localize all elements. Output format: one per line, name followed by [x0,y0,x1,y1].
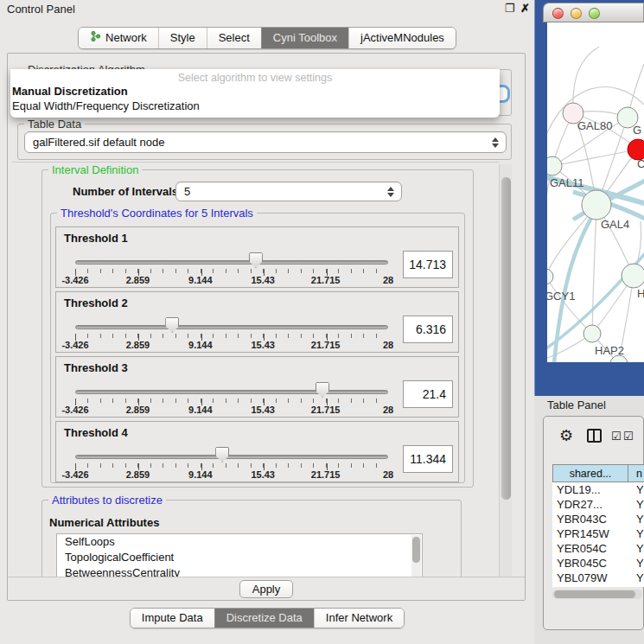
threshold-value-field[interactable]: 21.4 [403,380,453,408]
table-row[interactable]: YBR043CYBR0 [552,512,644,526]
table-data-combobox[interactable]: galFiltered.sif default node [24,131,507,153]
combo-stepper-icon [386,187,394,197]
slider-track[interactable] [75,455,388,459]
table-row[interactable]: YDR27...YDR2 [552,497,644,512]
node-gal11[interactable] [547,156,562,175]
slider-track[interactable] [75,390,388,394]
table-cell[interactable]: YLR3 [628,585,644,587]
dropdown-item-equal-width-frequency[interactable]: Equal Width/Frequency Discretization [10,99,500,113]
slider-thumb[interactable] [165,317,179,333]
group-title: Interval Definition [48,163,142,176]
close-window-icon[interactable]: ✗ [519,2,532,15]
tab-style[interactable]: Style [158,28,207,48]
table-row[interactable]: YPR145WYPR1 [552,526,644,541]
table-cell[interactable]: YBR045C [552,556,628,571]
table-cell[interactable]: YER0 [628,541,644,556]
threshold-4-slider: -3.4262.8599.14415.4321.71528 [75,422,388,483]
tick-label: 21.715 [311,469,341,480]
columns-icon[interactable] [587,429,602,443]
slider-thumb[interactable] [316,382,329,398]
table-cell[interactable]: YDR27... [552,497,628,512]
slider-tick-labels: -3.4262.8599.14415.4321.71528 [75,469,388,481]
scrollbar-thumb[interactable] [554,590,635,598]
float-window-icon[interactable]: ❐ [503,2,516,15]
slider-thumb[interactable] [215,447,229,462]
group-title: Threshold's Coordinates for 5 Intervals [57,207,257,220]
table-cell[interactable]: YDL19... [552,482,628,497]
tab-infer-network[interactable]: Infer Network [314,609,404,628]
tab-impute-data[interactable]: Impute Data [131,609,214,628]
column-header-shared-name[interactable]: shared... [552,464,628,482]
threshold-value-field[interactable]: 6.316 [403,316,453,343]
slider-thumb[interactable] [249,252,263,268]
tab-select[interactable]: Select [207,28,261,48]
tick-label: 2.859 [126,340,150,350]
tab-label: Impute Data [142,611,203,624]
table-panel-toolbar: ⚙ ☑ ☑ [544,417,643,456]
network-canvas[interactable]: GAL80 G C GAL11 GAL4 GCY1 H HAP2 [547,22,644,362]
slider-tick-labels: -3.4262.8599.14415.4321.71528 [75,405,388,416]
table-cell[interactable]: YPR1 [628,526,644,541]
table-horizontal-scrollbar[interactable] [552,590,642,599]
table-cell[interactable]: YBL079W [552,571,628,585]
slider-tick-labels: -3.4262.8599.14415.4321.71528 [75,340,388,351]
node-h[interactable] [622,264,644,288]
tab-network[interactable]: Network [79,28,158,48]
apply-button[interactable]: Apply [239,580,293,598]
settings-vertical-scrollbar[interactable] [499,164,512,600]
table-cell[interactable]: YER054C [552,541,628,556]
node-gal4[interactable] [582,190,611,220]
table-body: YDL19...YDL1YDR27...YDR2YBR043CYBR0YPR14… [552,482,644,587]
scrollbar-thumb[interactable] [412,537,420,563]
dropdown-item-manual-discretization[interactable]: Manual Discretization [10,84,500,99]
zoom-traffic-light-icon[interactable] [589,8,600,19]
table-cell[interactable]: YBR0 [628,512,644,526]
network-icon [90,30,101,45]
table-row[interactable]: YDL19...YDL1 [552,482,644,497]
combo-stepper-icon [491,137,499,148]
node-label-gal4: GAL4 [601,218,629,231]
threshold-4-box: Threshold 4 -3.4262.8599.14415.4321.7152… [55,421,459,482]
node-hap2[interactable] [583,325,601,342]
table-cell[interactable]: YPR145W [552,526,628,541]
node-label-gal11: GAL11 [550,176,584,189]
table-cell[interactable]: YDL1 [628,482,644,497]
table-cell[interactable]: YBL0 [628,571,644,585]
tick-label: 2.859 [126,405,150,415]
tab-cyni-toolbox[interactable]: Cyni Toolbox [261,28,348,48]
tab-jactivemnodules[interactable]: jActiveMNodules [348,28,456,48]
slider-track[interactable] [75,325,388,329]
scrollbar-thumb[interactable] [501,177,511,500]
attribute-list-item[interactable]: TopologicalCoefficient [57,550,422,565]
threshold-value-field[interactable]: 11.344 [403,445,453,473]
threshold-value-field[interactable]: 14.713 [403,251,453,278]
checkbox-icon[interactable]: ☑ [623,430,634,443]
table-cell[interactable]: YLR345W [552,585,628,587]
table-row[interactable]: YLR345WYLR3 [552,585,644,587]
apply-bar: Apply [8,577,525,600]
table-cell[interactable]: YBR043C [552,512,628,526]
number-of-intervals-combobox[interactable]: 5 [175,182,402,201]
table-data-group: Table Data galFiltered.sif default node [17,124,512,160]
table-row[interactable]: YER054CYER0 [552,541,644,556]
node-label-hap2: HAP2 [595,344,624,357]
checkbox-icon[interactable]: ☑ [611,430,622,443]
divider [12,162,500,163]
table-row[interactable]: YBL079WYBL0 [552,571,644,585]
tick-label: 2.859 [126,275,150,285]
slider-track[interactable] [75,260,388,265]
gear-icon[interactable]: ⚙ [559,426,573,445]
column-header-name[interactable]: n [628,464,644,482]
table-cell[interactable]: YDR2 [628,497,644,512]
tab-discretize-data[interactable]: Discretize Data [214,609,314,628]
close-traffic-light-icon[interactable] [552,8,564,19]
node-gcy1[interactable] [547,269,553,284]
threshold-3-slider: -3.4262.8599.14415.4321.71528 [75,357,388,418]
control-panel-window: Control Panel ❐ ✗ Network Style Select C… [0,0,534,644]
tick-label: 28 [383,275,393,285]
table-cell[interactable]: YBR0 [628,556,644,571]
tab-label: Discretize Data [226,611,303,624]
attribute-list-item[interactable]: SelfLoops [57,534,422,550]
table-row[interactable]: YBR045CYBR0 [552,556,644,571]
minimize-traffic-light-icon[interactable] [571,8,582,19]
